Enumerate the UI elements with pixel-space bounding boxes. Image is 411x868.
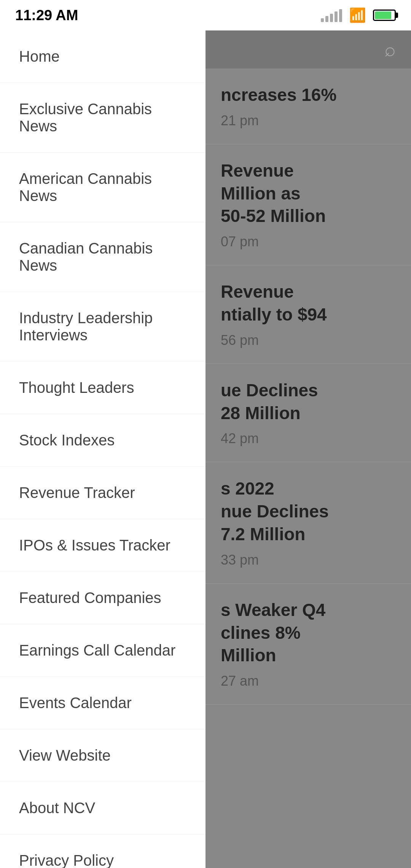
menu-link-exclusive-cannabis-news[interactable]: Exclusive Cannabis News (0, 83, 206, 152)
bg-news-title-4: ue Declines28 Million (221, 379, 396, 425)
menu-link-industry-leadership-interviews[interactable]: Industry Leadership Interviews (0, 292, 206, 361)
menu-item-thought-leaders: Thought Leaders (0, 362, 206, 414)
menu-item-view-website: View Website (0, 729, 206, 782)
status-icons: 📶 (321, 7, 396, 23)
menu-link-ipos-issues-tracker[interactable]: IPOs & Issues Tracker (0, 519, 206, 571)
bg-news-title-1: ncreases 16% (221, 84, 396, 107)
bg-news-time-1: 21 pm (221, 113, 396, 129)
bg-news-time-2: 07 pm (221, 234, 396, 250)
menu-link-about-ncv[interactable]: About NCV (0, 782, 206, 834)
menu-link-featured-companies[interactable]: Featured Companies (0, 572, 206, 624)
bg-news-title-6: s Weaker Q4clines 8%Million (221, 599, 396, 667)
status-bar: 11:29 AM 📶 (0, 0, 411, 30)
menu-link-home[interactable]: Home (0, 30, 206, 83)
menu-link-view-website[interactable]: View Website (0, 729, 206, 782)
bg-news-time-6: 27 am (221, 673, 396, 689)
menu-link-events-calendar[interactable]: Events Calendar (0, 677, 206, 729)
menu-item-canadian-cannabis-news: Canadian Cannabis News (0, 222, 206, 292)
signal-icon (321, 8, 342, 22)
drawer-menu: HomeExclusive Cannabis NewsAmerican Cann… (0, 30, 206, 868)
menu-link-earnings-call-calendar[interactable]: Earnings Call Calendar (0, 624, 206, 677)
menu-item-industry-leadership-interviews: Industry Leadership Interviews (0, 292, 206, 362)
menu-link-canadian-cannabis-news[interactable]: Canadian Cannabis News (0, 222, 206, 292)
menu-item-revenue-tracker: Revenue Tracker (0, 467, 206, 519)
menu-item-ipos-issues-tracker: IPOs & Issues Tracker (0, 519, 206, 572)
bg-news-title-5: s 2022nue Declines7.2 Million (221, 477, 396, 546)
menu-item-featured-companies: Featured Companies (0, 572, 206, 624)
menu-item-privacy-policy: Privacy Policy (0, 834, 206, 868)
navigation-drawer: HomeExclusive Cannabis NewsAmerican Cann… (0, 0, 206, 868)
battery-icon (373, 10, 396, 21)
menu-link-stock-indexes[interactable]: Stock Indexes (0, 414, 206, 466)
menu-link-privacy-policy[interactable]: Privacy Policy (0, 834, 206, 868)
menu-item-stock-indexes: Stock Indexes (0, 414, 206, 467)
menu-item-american-cannabis-news: American Cannabis News (0, 153, 206, 222)
status-time: 11:29 AM (15, 7, 78, 24)
bg-news-title-3: Revenuentially to $94 (221, 281, 396, 326)
menu-item-exclusive-cannabis-news: Exclusive Cannabis News (0, 83, 206, 153)
menu-item-about-ncv: About NCV (0, 782, 206, 834)
menu-link-thought-leaders[interactable]: Thought Leaders (0, 362, 206, 414)
bg-news-time-3: 56 pm (221, 332, 396, 348)
search-icon: ⌕ (384, 38, 396, 61)
bg-news-time-5: 33 pm (221, 552, 396, 568)
menu-item-events-calendar: Events Calendar (0, 677, 206, 729)
menu-item-home: Home (0, 30, 206, 83)
menu-item-earnings-call-calendar: Earnings Call Calendar (0, 624, 206, 677)
wifi-icon: 📶 (349, 7, 366, 23)
bg-news-time-4: 42 pm (221, 431, 396, 447)
drawer-nav: HomeExclusive Cannabis NewsAmerican Cann… (0, 30, 206, 868)
menu-link-american-cannabis-news[interactable]: American Cannabis News (0, 153, 206, 222)
menu-link-revenue-tracker[interactable]: Revenue Tracker (0, 467, 206, 519)
bg-news-title-2: RevenueMillion as50-52 Million (221, 160, 396, 228)
